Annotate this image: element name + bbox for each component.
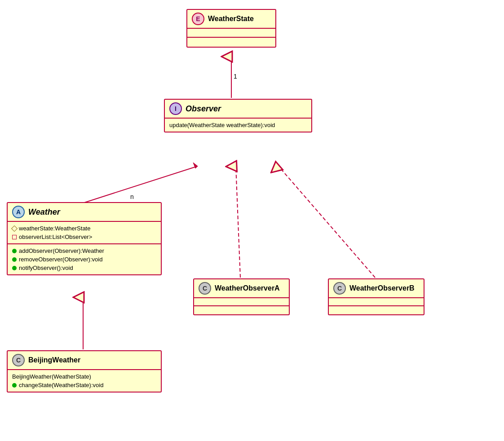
weatherstate-section1 (187, 29, 275, 38)
observer-a-badge: C (199, 282, 211, 295)
beijing-header: C BeijingWeather (8, 351, 161, 370)
svg-marker-3 (193, 163, 198, 168)
beijing-method-change: changeState(WeatherState):void (12, 381, 156, 389)
observer-a-class: C WeatherObserverA (193, 278, 290, 315)
diagram-container: 1 1 n E WeatherState I Observer update(W… (0, 0, 504, 441)
observer-b-header: C WeatherObserverB (329, 279, 424, 298)
observer-b-badge: C (333, 282, 346, 295)
beijing-name: BeijingWeather (28, 356, 80, 364)
green-circle-icon-3 (12, 266, 17, 270)
beijing-methods: BeijingWeather(WeatherState) changeState… (8, 370, 161, 392)
weather-to-observer-line (83, 166, 198, 203)
observer-update-text: update(WeatherState weatherState):void (169, 122, 275, 128)
observerB-to-observer-line (279, 166, 375, 278)
weather-fields: weatherState:WeatherState observerList:L… (8, 222, 161, 244)
green-circle-icon-4 (12, 383, 17, 388)
weather-name: Weather (28, 207, 60, 217)
beijing-constructor: BeijingWeather(WeatherState) (12, 372, 156, 381)
weather-field-list: observerList:List<Observer> (12, 233, 156, 241)
weather-methods: addObserver(Observer):Weather removeObse… (8, 244, 161, 274)
green-circle-icon-1 (12, 249, 17, 253)
observer-b-name: WeatherObserverB (349, 284, 415, 292)
observer-a-section1 (194, 298, 289, 306)
label-n: n (130, 193, 134, 200)
observer-methods: update(WeatherState weatherState):void (165, 119, 311, 132)
observer-b-class: C WeatherObserverB (328, 278, 424, 315)
weatherstate-name: WeatherState (208, 15, 254, 23)
label-one-weatherstate: 1 (234, 73, 237, 80)
observer-header: I Observer (165, 100, 311, 119)
beijing-badge: C (12, 354, 25, 366)
weatherstate-header: E WeatherState (187, 10, 275, 29)
observer-a-section2 (194, 306, 289, 314)
weatherstate-badge: E (192, 13, 204, 25)
diamond-icon (11, 225, 18, 231)
weather-badge: A (12, 206, 25, 218)
observer-a-header: C WeatherObserverA (194, 279, 289, 298)
observerA-to-observer-line (236, 166, 240, 278)
observer-badge: I (169, 102, 182, 115)
observer-b-section2 (329, 306, 424, 314)
observer-class: I Observer update(WeatherState weatherSt… (164, 99, 312, 132)
weather-method-remove: removeObserver(Observer):void (12, 255, 156, 264)
weather-field-state: weatherState:WeatherState (12, 224, 156, 233)
weather-header: A Weather (8, 203, 161, 222)
observer-name: Observer (186, 104, 221, 114)
observer-a-name: WeatherObserverA (215, 284, 280, 292)
weather-method-add: addObserver(Observer):Weather (12, 247, 156, 255)
observer-method-update: update(WeatherState weatherState):void (169, 121, 307, 129)
weatherstate-section2 (187, 38, 275, 47)
weather-class: A Weather weatherState:WeatherState obse… (7, 202, 162, 275)
observer-b-section1 (329, 298, 424, 306)
weatherstate-class: E WeatherState (186, 9, 276, 48)
weather-method-notify: notifyObserver():void (12, 264, 156, 272)
square-icon (12, 235, 17, 239)
beijing-weather-class: C BeijingWeather BeijingWeather(WeatherS… (7, 350, 162, 392)
green-circle-icon-2 (12, 257, 17, 262)
